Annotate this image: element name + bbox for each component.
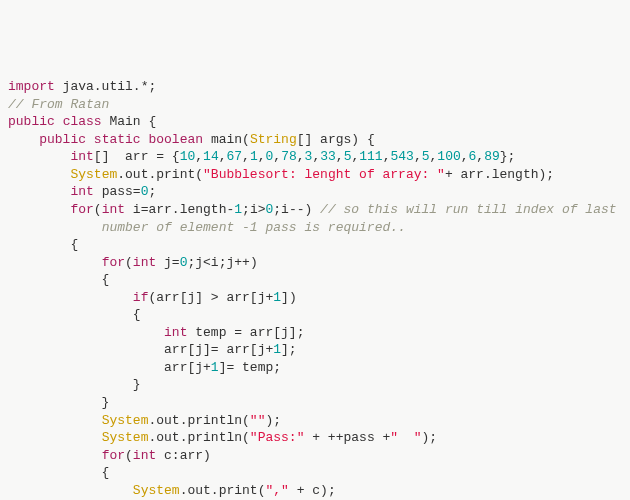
code-text: }; — [500, 149, 516, 164]
code-text: { — [8, 465, 109, 480]
code-text: ); — [265, 413, 281, 428]
code-text: Main { — [102, 114, 157, 129]
code-text: , — [258, 149, 266, 164]
code-text: arr[j]= arr[j+ — [8, 342, 273, 357]
code-text: java.util.*; — [55, 79, 156, 94]
indent — [8, 430, 102, 445]
comment: // so this will run till index of last — [320, 202, 624, 217]
code-text: .out.print( — [180, 483, 266, 498]
code-text: { — [8, 272, 109, 287]
code-text: + c); — [289, 483, 336, 498]
keyword: class — [63, 114, 102, 129]
code-text: , — [336, 149, 344, 164]
code-text: ]) — [281, 290, 297, 305]
code-text: ( — [94, 202, 102, 217]
keyword: static — [94, 132, 141, 147]
number: 1 — [234, 202, 242, 217]
class-name: String — [250, 132, 297, 147]
indent — [8, 184, 70, 199]
indent — [8, 132, 39, 147]
number: 5 — [422, 149, 430, 164]
keyword: boolean — [148, 132, 203, 147]
keyword: for — [102, 448, 125, 463]
number: 78 — [281, 149, 297, 164]
code-text: ; — [148, 184, 156, 199]
code-text: + ++pass + — [304, 430, 390, 445]
code-text: , — [461, 149, 469, 164]
code-text: , — [195, 149, 203, 164]
code-text: { — [8, 307, 141, 322]
class-name: System — [102, 413, 149, 428]
code-text: ( — [125, 255, 133, 270]
code-text: .out.println( — [148, 413, 249, 428]
number: 67 — [227, 149, 243, 164]
code-text: ;i> — [242, 202, 265, 217]
indent — [8, 325, 164, 340]
keyword: int — [102, 202, 125, 217]
comment: number of element -1 pass is required.. — [102, 220, 406, 235]
string: " " — [390, 430, 421, 445]
code-text: , — [242, 149, 250, 164]
string: "" — [250, 413, 266, 428]
indent — [8, 167, 70, 182]
code-text: arr[j+ — [8, 360, 211, 375]
code-text: main( — [203, 132, 250, 147]
code-text: ;i--) — [273, 202, 320, 217]
keyword-import: import — [8, 79, 55, 94]
string: "Bubblesort: lenght of array: " — [203, 167, 445, 182]
code-block: import java.util.*; // From Ratan public… — [8, 78, 622, 500]
keyword: if — [133, 290, 149, 305]
code-text: [] args) { — [297, 132, 375, 147]
code-text: , — [414, 149, 422, 164]
keyword: int — [164, 325, 187, 340]
number: 1 — [250, 149, 258, 164]
code-text: ;j<i;j++) — [187, 255, 257, 270]
number: 33 — [320, 149, 336, 164]
code-text: (arr[j] > arr[j+ — [148, 290, 273, 305]
class-name: System — [133, 483, 180, 498]
class-name: System — [70, 167, 117, 182]
code-text — [86, 132, 94, 147]
indent — [8, 220, 102, 235]
keyword: for — [70, 202, 93, 217]
number: 14 — [203, 149, 219, 164]
keyword: for — [102, 255, 125, 270]
keyword: int — [133, 448, 156, 463]
code-text: c:arr) — [156, 448, 211, 463]
code-text: ( — [125, 448, 133, 463]
code-text: ); — [422, 430, 438, 445]
indent — [8, 149, 70, 164]
code-text: + arr.length); — [445, 167, 554, 182]
number: 111 — [359, 149, 382, 164]
code-text: { — [8, 237, 78, 252]
number: 1 — [273, 342, 281, 357]
code-text: .out.println( — [148, 430, 249, 445]
indent — [8, 483, 133, 498]
code-text: pass= — [94, 184, 141, 199]
keyword: int — [70, 184, 93, 199]
number: 100 — [437, 149, 460, 164]
number: 543 — [390, 149, 413, 164]
code-text: , — [476, 149, 484, 164]
code-text: .out.print( — [117, 167, 203, 182]
indent — [8, 255, 102, 270]
keyword: int — [70, 149, 93, 164]
keyword: public — [8, 114, 55, 129]
code-text: i=arr.length- — [125, 202, 234, 217]
code-text: , — [273, 149, 281, 164]
code-text: ]= temp; — [219, 360, 281, 375]
number: 89 — [484, 149, 500, 164]
code-text: temp = arr[j]; — [187, 325, 304, 340]
keyword: public — [39, 132, 86, 147]
code-text: , — [219, 149, 227, 164]
number: 1 — [211, 360, 219, 375]
number: 10 — [180, 149, 196, 164]
code-text: j= — [156, 255, 179, 270]
code-text: } — [8, 395, 109, 410]
indent — [8, 413, 102, 428]
number: 1 — [273, 290, 281, 305]
indent — [8, 448, 102, 463]
string: "," — [265, 483, 288, 498]
class-name: System — [102, 430, 149, 445]
keyword: int — [133, 255, 156, 270]
